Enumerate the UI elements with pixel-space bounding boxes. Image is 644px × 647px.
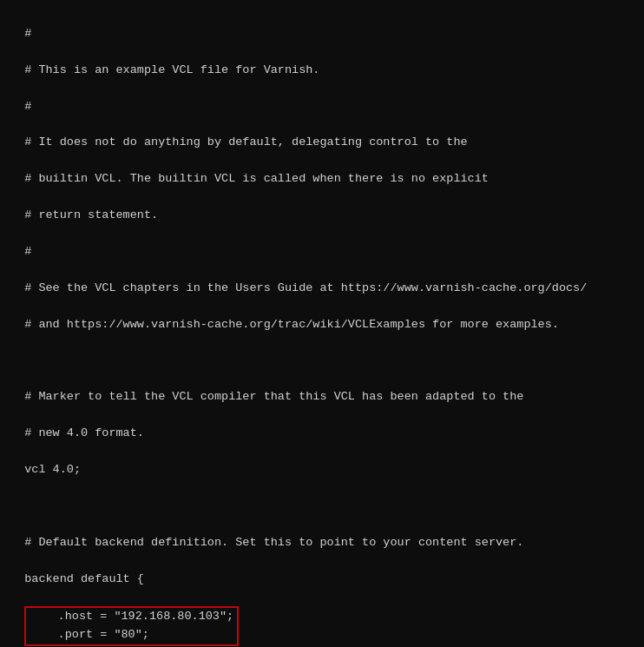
- line-5: # builtin VCL. The builtin VCL is called…: [24, 172, 489, 185]
- line-8: # See the VCL chapters in the Users Guid…: [24, 281, 587, 294]
- highlighted-block: .host = "192.168.80.103"; .port = "80";: [24, 606, 239, 646]
- line-7: #: [24, 245, 31, 258]
- line-9: # and https://www.varnish-cache.org/trac…: [24, 318, 559, 331]
- line-11: # Marker to tell the VCL compiler that t…: [24, 390, 523, 403]
- line-1: #: [24, 27, 31, 40]
- code-editor: # # This is an example VCL file for Varn…: [0, 0, 644, 647]
- line-13: vcl 4.0;: [24, 463, 81, 476]
- line-3: #: [24, 100, 31, 113]
- line-2: # This is an example VCL file for Varnis…: [24, 63, 319, 76]
- line-16: backend default {: [24, 572, 144, 585]
- line-12: # new 4.0 format.: [24, 426, 144, 439]
- line-4: # It does not do anything by default, de…: [24, 135, 467, 149]
- line-6: # return statement.: [24, 208, 158, 221]
- line-15: # Default backend definition. Set this t…: [24, 536, 523, 549]
